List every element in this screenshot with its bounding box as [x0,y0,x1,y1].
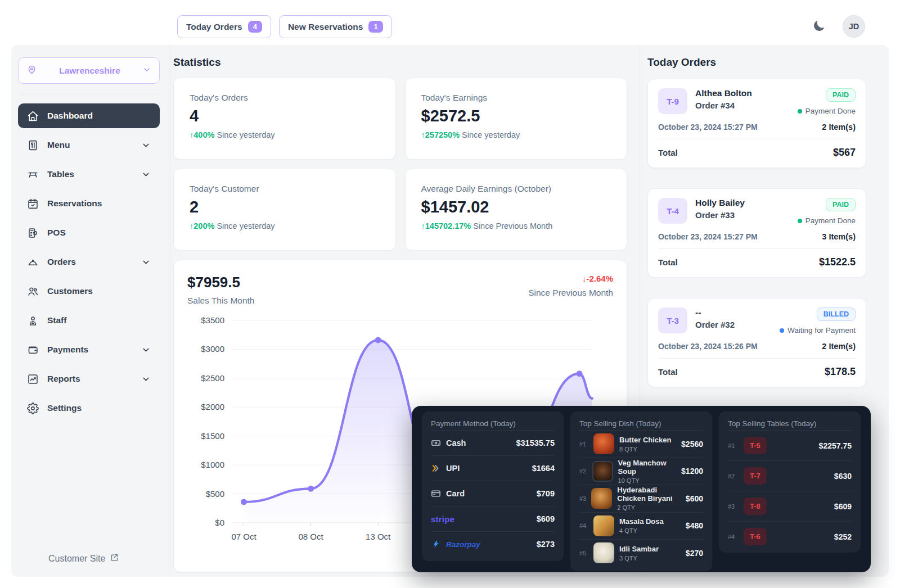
sidebar-item[interactable]: POS [18,220,160,245]
order-card[interactable]: T-4 Holly Bailey Order #33 PAID Payment … [647,188,866,278]
sidebar-item-label: Menu [47,140,70,150]
new-reservations-button-label: New Reservations [288,22,363,32]
payment-method-row: Card $709 [431,481,555,506]
new-reservations-button[interactable]: New Reservations 1 [279,15,392,38]
menu-board-icon [27,139,39,151]
sidebar-item[interactable]: Reports [18,367,160,391]
today-orders-button[interactable]: Today Orders 4 [177,15,271,38]
status-dot-icon [798,109,802,114]
dish-amount: $600 [686,494,703,503]
sidebar-item-label: POS [47,228,66,238]
map-pin-icon [26,64,37,77]
sales-subtitle: Sales This Month [187,296,254,306]
dish-quantity: 2 QTY [617,504,681,511]
chevron-down-icon [141,170,151,179]
sidebar-nav: Dashboard Menu Tables [18,103,160,420]
svg-text:08 Oct: 08 Oct [298,532,323,541]
customer-site-link[interactable]: Customer Site [48,553,119,564]
top-table-row: #1 T-5 $2257.75 [728,430,852,460]
today-orders-title: Today Orders [647,56,866,69]
card-icon [431,489,441,499]
svg-text:$3000: $3000 [201,344,224,354]
sidebar-item[interactable]: Staff [18,308,160,333]
dish-amount: $270 [686,549,703,558]
status-dot-icon [798,219,802,223]
sidebar-item[interactable]: Dashboard [18,103,160,128]
sidebar-divider [20,94,158,94]
order-total-value: $178.5 [825,366,856,378]
order-card[interactable]: T-3 -- Order #32 BILLED Waiting for Paym… [647,298,866,387]
sidebar-item[interactable]: Customers [18,279,160,304]
delta-up-arrow-icon: ↑ [421,130,425,139]
dashboard-page: Today Orders 4 New Reservations 1 JD [0,0,900,588]
content-area: Lawrenceshire Dashboard Menu [11,45,889,577]
dish-amount: $1200 [681,467,703,476]
order-items-count: 2 Item(s) [822,342,856,351]
order-table-badge: T-3 [658,307,687,333]
order-status-badge: PAID [826,88,856,102]
dish-rank: #4 [579,522,588,529]
stat-delta: ↑145702.17% Since Previous Month [421,221,611,230]
stat-delta: ↑200% Since yesterday [190,221,380,230]
payment-method-name: UPI [446,464,460,473]
payment-method-title: Payment Method (Today) [431,419,555,428]
stat-label: Today's Customer [190,184,380,194]
sidebar-item-label: Staff [47,315,66,325]
top-table-row: #2 T-7 $630 [728,460,852,491]
dark-mode-toggle[interactable] [811,19,827,34]
sidebar-item[interactable]: Tables [18,162,160,187]
sidebar-item[interactable]: Payments [18,337,160,362]
sidebar-item-label: Reports [47,374,80,384]
dish-amount: $2560 [681,440,703,449]
dish-quantity: 10 QTY [618,477,677,484]
sales-total: $7959.5 [187,274,254,291]
order-total-label: Total [658,367,678,377]
dish-rank: #1 [579,441,588,447]
chevron-down-icon [141,257,151,267]
payment-method-name: Razorpay [446,540,480,549]
payment-method-name: Card [446,489,465,498]
svg-text:$500: $500 [206,489,224,499]
external-link-icon [110,553,119,564]
table-badge: T-6 [744,528,767,545]
order-number: Order #33 [695,210,745,220]
staff-icon [27,315,39,327]
sales-delta-period: Since Previous Month [528,288,613,298]
stat-delta-period: Since yesterday [217,221,274,230]
home-icon [27,110,39,122]
sidebar-item[interactable]: Menu [18,133,160,157]
sidebar-item[interactable]: Settings [18,396,160,420]
order-status-note-label: Payment Done [806,216,856,225]
top-dish-row: #5 Idli Sambar 3 QTY $270 [579,539,703,567]
location-selector[interactable]: Lawrenceshire [18,57,160,84]
order-card[interactable]: T-9 Althea Bolton Order #34 PAID Payment… [647,79,866,168]
dish-thumbnail [591,488,612,509]
order-status-note-label: Waiting for Payment [788,326,856,334]
top-table-row: #4 T-6 $252 [728,521,852,551]
stat-value: $1457.02 [421,198,611,216]
user-avatar[interactable]: JD [843,15,865,38]
sidebar-item[interactable]: Orders [18,250,160,274]
table-rank: #1 [728,442,737,449]
status-dot-icon [780,328,784,333]
upi-logo-icon [431,463,441,473]
top-selling-tables-panel: Top Selling Tables (Today) #1 T-5 $2257.… [719,411,861,553]
dish-name: Hyderabadi Chicken Biryani [617,486,681,503]
order-items-count: 3 Item(s) [822,232,856,241]
order-status-note: Waiting for Payment [780,326,856,334]
svg-text:$2000: $2000 [201,402,224,411]
order-total-value: $567 [833,147,856,159]
order-customer-name: Althea Bolton [695,88,752,98]
order-datetime: October 23, 2024 15:27 PM [658,123,758,132]
payment-method-amount: $1664 [532,464,555,473]
cash-icon [431,438,441,448]
payment-method-row: stripe $609 [431,506,555,531]
stat-value: $2572.5 [421,107,611,125]
order-datetime: October 23, 2024 15:27 PM [658,232,758,241]
table-amount: $630 [834,472,852,481]
topbar: Today Orders 4 New Reservations 1 JD [0,0,900,45]
top-table-row: #3 T-8 $609 [728,491,852,521]
top-dish-row: #1 Butter Chicken 8 QTY $2560 [579,430,703,458]
sidebar-item[interactable]: Reservations [18,191,160,216]
dish-quantity: 8 QTY [619,446,671,453]
